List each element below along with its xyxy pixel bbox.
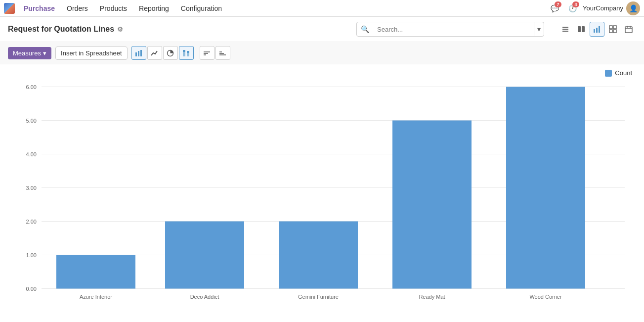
svg-text:5.00: 5.00	[26, 118, 37, 124]
legend-color-swatch	[605, 70, 612, 77]
nav-products[interactable]: Products	[95, 0, 132, 17]
svg-text:3.00: 3.00	[26, 185, 37, 191]
svg-rect-18	[140, 50, 142, 56]
search-icon: 🔍	[357, 25, 373, 33]
svg-rect-1	[562, 29, 568, 30]
measures-button[interactable]: Measures ▾	[8, 47, 51, 59]
search-bar: 🔍 ▾	[356, 22, 544, 37]
nav-purchase[interactable]: Purchase	[19, 0, 60, 17]
list-icon	[561, 25, 569, 33]
sort-desc-button[interactable]	[215, 46, 230, 60]
bar-ready-mat	[392, 121, 472, 289]
measures-label: Measures	[13, 49, 41, 57]
svg-rect-4	[582, 26, 585, 32]
stacked-icon	[182, 49, 190, 57]
svg-rect-8	[609, 26, 612, 29]
bar-wood-corner	[506, 87, 585, 289]
pie-chart-type-button[interactable]	[163, 46, 178, 60]
search-input[interactable]	[373, 26, 534, 33]
svg-text:Wood Corner: Wood Corner	[529, 294, 562, 300]
page-header: Request for Quotation Lines ⚙ 🔍 ▾	[0, 17, 644, 42]
svg-text:0.00: 0.00	[26, 286, 37, 292]
graph-icon	[593, 25, 601, 33]
settings-icon[interactable]: ⚙	[117, 26, 123, 33]
stacked-chart-type-button[interactable]	[179, 46, 194, 60]
svg-rect-23	[187, 51, 189, 53]
calendar-icon	[625, 25, 633, 33]
svg-text:Gemini Furniture: Gemini Furniture	[298, 294, 339, 300]
bar-deco-addict	[165, 222, 244, 289]
measures-dropdown-icon: ▾	[43, 49, 46, 57]
line-chart-type-button[interactable]	[147, 46, 162, 60]
svg-text:4.00: 4.00	[26, 151, 37, 157]
messages-badge: 7	[555, 1, 561, 7]
svg-rect-3	[578, 26, 581, 32]
svg-rect-11	[613, 30, 616, 33]
sort-buttons	[200, 46, 230, 60]
sort-asc-button[interactable]	[200, 46, 215, 60]
page-title-text: Request for Quotation Lines	[8, 25, 114, 34]
svg-rect-16	[135, 52, 137, 56]
bar-chart-icon	[135, 49, 142, 57]
legend-label: Count	[615, 69, 632, 77]
calendar-view-button[interactable]	[621, 22, 636, 37]
svg-text:1.00: 1.00	[26, 252, 37, 258]
svg-text:Azure Interior: Azure Interior	[80, 294, 112, 300]
view-buttons-group	[558, 22, 636, 37]
chart-svg-container: 6.00 5.00 4.00 3.00 2.00 1.00 0.00 Azure…	[12, 72, 632, 314]
kanban-icon	[577, 25, 585, 33]
pie-chart-icon	[167, 49, 174, 57]
svg-rect-7	[599, 26, 600, 33]
bar-azure-interior	[56, 255, 135, 289]
svg-rect-22	[187, 53, 189, 56]
chart-type-buttons	[131, 46, 194, 60]
search-dropdown-button[interactable]: ▾	[534, 22, 544, 36]
logo-icon	[4, 3, 15, 14]
app-logo[interactable]	[4, 3, 15, 14]
svg-rect-2	[562, 31, 568, 32]
chart-toolbar: Measures ▾ Insert in Spreadsheet	[0, 42, 644, 64]
nav-reporting[interactable]: Reporting	[134, 0, 174, 17]
sort-asc-icon	[203, 49, 211, 57]
list-view-button[interactable]	[558, 22, 573, 37]
insert-spreadsheet-button[interactable]: Insert in Spreadsheet	[55, 46, 128, 60]
line-chart-icon	[151, 49, 158, 57]
chart-area: Count 6.00 5.00 4.00 3.00 2.00 1.00 0.00	[0, 64, 644, 319]
svg-rect-0	[562, 27, 568, 28]
svg-rect-9	[613, 26, 616, 29]
svg-text:6.00: 6.00	[26, 84, 37, 90]
page-title-section: Request for Quotation Lines ⚙	[8, 25, 123, 34]
svg-text:2.00: 2.00	[26, 219, 37, 225]
kanban-view-button[interactable]	[574, 22, 589, 37]
bar-chart-type-button[interactable]	[131, 46, 146, 60]
graph-view-button[interactable]	[590, 22, 604, 37]
svg-rect-17	[138, 51, 139, 56]
svg-rect-10	[609, 30, 612, 33]
activity-badge: 4	[572, 1, 579, 7]
svg-text:Deco Addict: Deco Addict	[190, 294, 219, 300]
pivot-icon	[609, 25, 617, 33]
user-avatar[interactable]: 👤	[626, 1, 640, 15]
bar-gemini-furniture	[279, 222, 358, 289]
activity-button[interactable]: 🕐 4	[565, 1, 580, 16]
nav-configuration[interactable]: Configuration	[176, 0, 227, 17]
nav-orders[interactable]: Orders	[62, 0, 93, 17]
svg-rect-5	[594, 29, 595, 33]
company-name-label[interactable]: YourCompany	[583, 4, 623, 12]
svg-rect-20	[183, 52, 185, 56]
svg-rect-12	[625, 27, 632, 33]
messages-button[interactable]: 💬 7	[547, 1, 562, 16]
svg-rect-21	[183, 50, 185, 52]
nav-right-section: 💬 7 🕐 4 YourCompany 👤	[547, 1, 640, 16]
sort-desc-icon	[219, 49, 226, 57]
svg-rect-6	[596, 28, 598, 33]
pivot-view-button[interactable]	[605, 22, 620, 37]
svg-text:Ready Mat: Ready Mat	[419, 294, 445, 300]
bar-chart-svg: 6.00 5.00 4.00 3.00 2.00 1.00 0.00 Azure…	[12, 72, 632, 314]
top-navigation: Purchase Orders Products Reporting Confi…	[0, 0, 644, 17]
chart-legend: Count	[605, 69, 632, 77]
